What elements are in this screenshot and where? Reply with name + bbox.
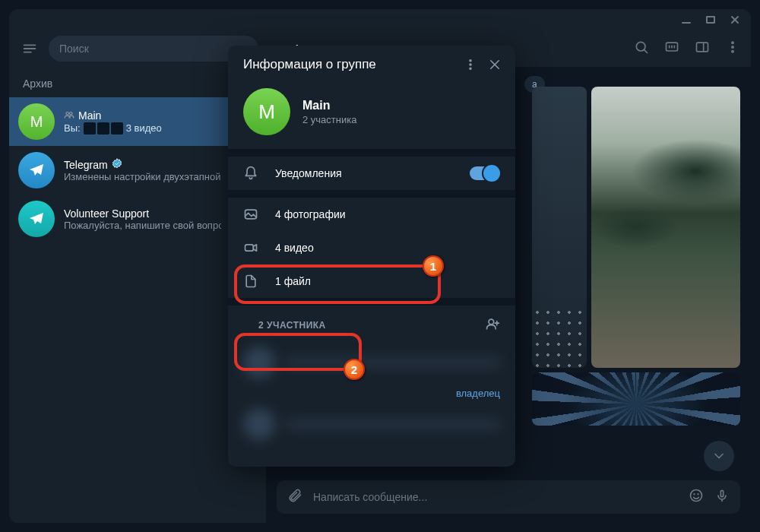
svg-point-19 (70, 112, 73, 115)
svg-point-17 (732, 51, 733, 52)
photos-row[interactable]: 4 фотографии (228, 198, 515, 231)
photos-label: 4 фотографии (275, 208, 346, 220)
modal-header: Информация о группе (228, 46, 515, 81)
files-label: 1 файл (275, 275, 311, 287)
separator (228, 298, 515, 306)
svg-rect-1 (707, 17, 714, 23)
chat-item-lines: Telegram Изменены настройки двухэтапной … (64, 158, 221, 182)
chat-name-text: Telegram (64, 159, 108, 171)
notifications-label: Уведомления (275, 167, 342, 179)
chat-name-text: Volunteer Support (64, 207, 149, 220)
videos-label: 4 видео (275, 242, 314, 254)
chat-item-lines: Main Вы: 3 видео (64, 109, 236, 135)
svg-point-22 (698, 494, 698, 495)
file-icon (243, 274, 260, 289)
svg-point-25 (470, 64, 471, 65)
videos-row[interactable]: 4 видео (228, 231, 515, 264)
gallery-image[interactable] (591, 87, 740, 368)
svg-point-34 (489, 319, 494, 325)
bell-icon (243, 166, 260, 181)
group-name-block: Main 2 участника (302, 99, 356, 125)
svg-point-26 (470, 68, 471, 69)
member-name (286, 357, 500, 368)
svg-line-8 (644, 49, 647, 52)
window-close-button[interactable] (730, 14, 740, 25)
search-icon[interactable] (634, 40, 649, 58)
member-row[interactable] (228, 340, 515, 385)
member-name (286, 419, 500, 429)
more-icon[interactable] (725, 40, 740, 58)
modal-more-button[interactable] (462, 56, 479, 73)
files-row[interactable]: 1 файл (228, 264, 515, 298)
chat-item-lines: Volunteer Support Пожалуйста, напишите с… (64, 207, 221, 231)
member-row[interactable] (228, 402, 515, 446)
chat-sub-text: Изменены настройки двухэтапной … (64, 171, 221, 182)
chat-name-text: Main (78, 109, 101, 122)
emoji-icon[interactable] (689, 488, 704, 506)
gallery-image[interactable] (532, 87, 587, 368)
modal-profile: M Main 2 участника (228, 81, 515, 149)
thumb-previews (84, 122, 123, 135)
svg-marker-31 (253, 245, 256, 251)
separator (228, 149, 515, 157)
group-info-panel: Информация о группе M Main 2 участника У… (228, 46, 515, 467)
svg-point-18 (66, 112, 69, 115)
menu-button[interactable] (17, 36, 43, 62)
titlebar (9, 9, 751, 30)
chat-header-actions (634, 40, 740, 58)
chat-sub-prefix: Вы: (64, 122, 81, 134)
scroll-down-button[interactable] (704, 441, 734, 471)
notifications-toggle[interactable] (470, 166, 500, 180)
media-gallery (532, 87, 740, 426)
video-icon (243, 240, 260, 255)
avatar (18, 152, 55, 188)
member-avatar (243, 347, 275, 378)
chat-sub-suffix: 3 видео (126, 122, 162, 134)
svg-rect-13 (697, 43, 708, 52)
separator (228, 190, 515, 198)
notifications-row[interactable]: Уведомления (228, 157, 515, 190)
group-subtitle: 2 участника (302, 114, 356, 125)
attach-icon[interactable] (287, 488, 302, 506)
annotation-badge-2: 2 (344, 359, 365, 380)
message-composer (277, 480, 740, 514)
verified-icon (112, 158, 122, 171)
owner-label: владелец (456, 388, 500, 399)
chat-sub-text: Пожалуйста, напишите свой вопро… (64, 220, 221, 231)
svg-rect-23 (720, 490, 723, 496)
svg-point-20 (691, 490, 702, 502)
photo-icon (243, 207, 260, 222)
annotation-badge-1: 1 (423, 255, 444, 277)
window-minimize-button[interactable] (681, 14, 692, 25)
search-placeholder: Поиск (59, 43, 89, 55)
modal-title: Информация о группе (243, 57, 454, 72)
window-maximize-button[interactable] (705, 14, 716, 25)
group-icon (64, 109, 74, 122)
group-avatar[interactable]: M (243, 88, 290, 135)
group-name: Main (302, 99, 356, 112)
members-header-label: 2 УЧАСТНИКА (258, 320, 470, 331)
search-input[interactable]: Поиск (49, 36, 258, 62)
avatar (18, 201, 55, 237)
gallery-image[interactable] (532, 372, 740, 426)
svg-point-16 (732, 46, 733, 48)
member-owner-wrap: владелец (228, 385, 515, 402)
avatar: M (18, 103, 55, 140)
members-header: 2 УЧАСТНИКА (228, 306, 515, 340)
svg-point-15 (732, 42, 733, 43)
member-avatar (243, 408, 275, 440)
side-panel-icon[interactable] (695, 40, 710, 58)
message-input[interactable] (313, 491, 678, 503)
comments-icon[interactable] (664, 40, 679, 58)
voice-icon[interactable] (714, 488, 730, 506)
modal-close-button[interactable] (486, 56, 503, 73)
add-member-button[interactable] (485, 316, 500, 334)
svg-rect-30 (245, 245, 254, 251)
svg-point-24 (470, 60, 471, 62)
svg-point-21 (694, 494, 695, 495)
